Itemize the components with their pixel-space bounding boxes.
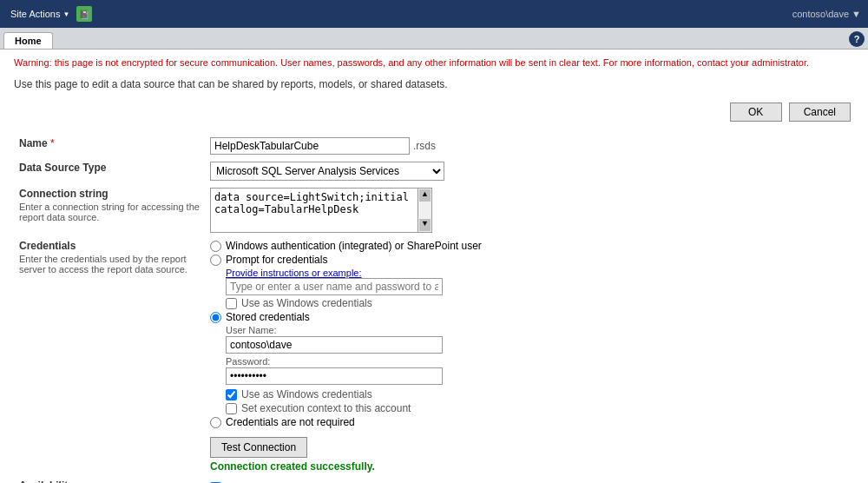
- checkbox-use-windows-cred-prompt-input[interactable]: [226, 298, 237, 309]
- connection-string-row: Connection string Enter a connection str…: [14, 184, 854, 236]
- ok-button-top[interactable]: OK: [730, 103, 782, 122]
- user-menu[interactable]: contoso\dave ▼: [792, 9, 861, 19]
- checkbox-use-as-windows-label: Use as Windows credentials: [241, 388, 372, 400]
- availability-label: Availability: [19, 480, 74, 483]
- name-input[interactable]: [210, 137, 410, 155]
- textarea-scrollbar[interactable]: ▲ ▼: [418, 188, 432, 233]
- top-navigation-bar: Site Actions ▼ 📓 contoso\dave ▼: [0, 0, 868, 28]
- data-source-type-label: Data Source Type: [19, 162, 106, 174]
- checkbox-set-execution-label: Set execution context to this account: [241, 402, 411, 414]
- radio-stored: Stored credentials: [210, 311, 849, 323]
- name-row: Name * .rsds: [14, 134, 854, 158]
- cancel-button-top[interactable]: Cancel: [789, 103, 851, 122]
- scrollbar-track: [418, 202, 431, 218]
- availability-label-cell: Availability: [14, 476, 205, 483]
- tab-bar: Home ?: [0, 28, 868, 50]
- page-description: Use this page to edit a data source that…: [14, 78, 854, 90]
- username-input[interactable]: [226, 336, 443, 354]
- data-source-type-label-cell: Data Source Type: [14, 158, 205, 184]
- checkbox-use-windows-cred-prompt: Use as Windows credentials: [226, 297, 849, 309]
- credentials-label-cell: Credentials Enter the credentials used b…: [14, 236, 205, 476]
- stored-credentials-subsection: User Name: Password: Use as Windows cred…: [226, 325, 849, 414]
- radio-not-required-input[interactable]: [210, 417, 221, 428]
- credentials-options-cell: Windows authentication (integrated) or S…: [205, 236, 854, 476]
- main-content: Warning: this page is not encrypted for …: [0, 50, 868, 483]
- test-connection-button[interactable]: Test Connection: [210, 437, 307, 458]
- radio-stored-input[interactable]: [210, 312, 221, 323]
- connection-string-label: Connection string: [19, 188, 200, 200]
- radio-prompt-input[interactable]: [210, 255, 221, 266]
- radio-stored-label: Stored credentials: [226, 311, 310, 323]
- radio-not-required-label: Credentials are not required: [226, 416, 355, 428]
- connection-string-input-cell: data source=LightSwitch;initial catalog=…: [205, 184, 854, 236]
- credentials-sublabel: Enter the credentials used by the report…: [19, 254, 200, 275]
- top-bar-left: Site Actions ▼ 📓: [7, 6, 92, 22]
- site-actions-label: Site Actions: [10, 9, 60, 19]
- radio-prompt: Prompt for credentials: [210, 254, 849, 266]
- rsds-suffix: .rsds: [413, 140, 436, 152]
- data-source-type-row: Data Source Type Microsoft SQL Server An…: [14, 158, 854, 184]
- credentials-row: Credentials Enter the credentials used b…: [14, 236, 854, 476]
- site-actions-dropdown-icon: ▼: [62, 10, 69, 18]
- radio-not-required: Credentials are not required: [210, 416, 849, 428]
- prompt-input[interactable]: [226, 278, 443, 295]
- user-name: contoso\dave: [792, 9, 849, 19]
- tab-home[interactable]: Home: [3, 32, 53, 49]
- connection-string-sublabel: Enter a connection string for accessing …: [19, 202, 200, 222]
- name-input-group: .rsds: [210, 137, 849, 155]
- connection-success-message: Connection created successfully.: [210, 460, 849, 473]
- checkbox-use-as-windows: Use as Windows credentials: [226, 388, 849, 400]
- connection-string-textarea[interactable]: data source=LightSwitch;initial catalog=…: [210, 188, 418, 233]
- checkbox-use-as-windows-input[interactable]: [226, 389, 237, 400]
- password-input[interactable]: [226, 367, 443, 385]
- checkbox-use-windows-cred-prompt-label: Use as Windows credentials: [241, 297, 372, 309]
- notebook-icon: 📓: [76, 6, 92, 22]
- checkbox-set-execution: Set execution context to this account: [226, 402, 849, 414]
- top-button-row: OK Cancel: [14, 103, 854, 122]
- name-input-cell: .rsds: [205, 134, 854, 158]
- availability-row: Availability Enable this data source: [14, 476, 854, 483]
- radio-windows-auth: Windows authentication (integrated) or S…: [210, 240, 849, 252]
- name-field-label: Name: [19, 137, 48, 149]
- prompt-subsection: Provide instructions or example: Use as …: [226, 268, 849, 309]
- radio-prompt-label: Prompt for credentials: [226, 254, 327, 266]
- tab-home-label: Home: [15, 36, 42, 46]
- data-source-type-select[interactable]: Microsoft SQL Server Analysis Services M…: [210, 162, 444, 181]
- connection-string-label-cell: Connection string Enter a connection str…: [14, 184, 205, 236]
- warning-message: Warning: this page is not encrypted for …: [14, 56, 854, 69]
- user-dropdown-icon: ▼: [852, 9, 861, 19]
- checkbox-set-execution-input[interactable]: [226, 403, 237, 414]
- credentials-label: Credentials: [19, 240, 200, 252]
- data-source-type-input-cell: Microsoft SQL Server Analysis Services M…: [205, 158, 854, 184]
- help-icon: ?: [854, 34, 860, 44]
- form-table: Name * .rsds Data Source Type Microsoft …: [14, 134, 854, 483]
- site-actions-button[interactable]: Site Actions ▼: [7, 7, 73, 21]
- radio-windows-auth-input[interactable]: [210, 241, 221, 252]
- scrollbar-down-arrow[interactable]: ▼: [419, 219, 431, 231]
- scrollbar-up-arrow[interactable]: ▲: [419, 189, 431, 202]
- password-label: Password:: [226, 356, 849, 367]
- name-required-star: *: [50, 137, 55, 149]
- help-button[interactable]: ?: [849, 31, 865, 47]
- availability-input-cell: Enable this data source: [205, 476, 854, 483]
- radio-windows-auth-label: Windows authentication (integrated) or S…: [226, 240, 482, 252]
- prompt-sublabel: Provide instructions or example:: [226, 268, 849, 278]
- name-label-cell: Name *: [14, 134, 205, 158]
- connection-string-input-group: data source=LightSwitch;initial catalog=…: [210, 188, 849, 233]
- username-label: User Name:: [226, 325, 849, 335]
